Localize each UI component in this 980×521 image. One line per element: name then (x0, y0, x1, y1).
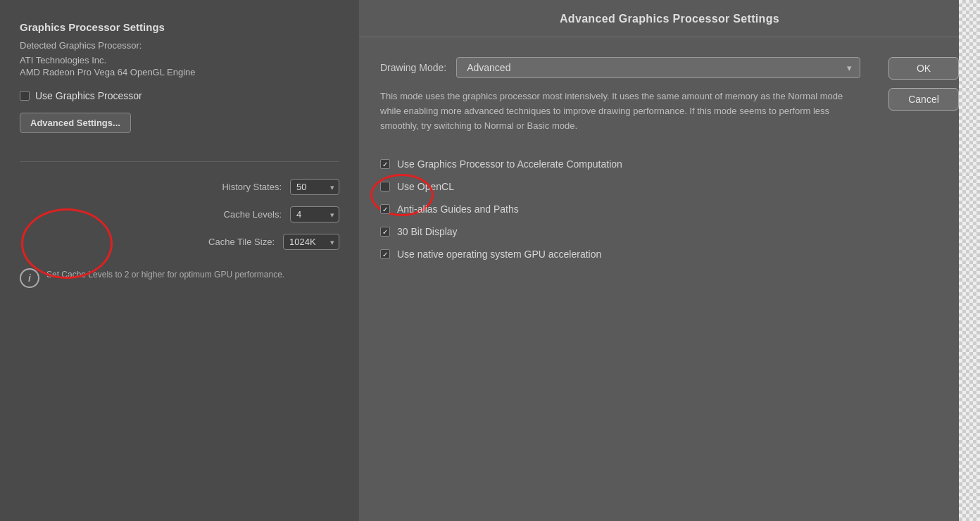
cache-levels-select-wrapper: 4 2 6 8 (290, 206, 339, 222)
dialog-buttons: OK Cancel (881, 57, 959, 501)
cache-tile-size-label: Cache Tile Size: (197, 237, 275, 247)
use-opencl-checkbox[interactable] (380, 182, 390, 192)
cache-tile-select-wrapper: 1024K 128K 256K 512K (283, 234, 339, 250)
checkerboard-edge (959, 0, 980, 521)
dialog-main: Drawing Mode: Advanced Normal Basic This… (380, 57, 860, 501)
checkbox-row-use-gpu-accel: Use Graphics Processor to Accelerate Com… (380, 158, 860, 170)
left-panel-title: Graphics Processor Settings (20, 21, 339, 33)
30bit-display-label: 30 Bit Display (397, 226, 458, 237)
use-gpu-label: Use Graphics Processor (35, 90, 142, 101)
history-states-select-wrapper: 50 20 100 (290, 179, 339, 195)
drawing-mode-row: Drawing Mode: Advanced Normal Basic (380, 57, 860, 78)
checkbox-row-anti-alias: Anti-alias Guides and Paths (380, 203, 860, 215)
use-gpu-accel-checkbox[interactable] (380, 159, 390, 169)
dialog-title: Advanced Graphics Processor Settings (380, 13, 959, 25)
native-gpu-label: Use native operating system GPU accelera… (397, 249, 601, 260)
drawing-mode-select-wrapper: Advanced Normal Basic (456, 57, 860, 78)
checkbox-row-native-gpu: Use native operating system GPU accelera… (380, 249, 860, 260)
dialog-title-bar: Advanced Graphics Processor Settings (359, 0, 980, 37)
checkbox-row-use-opencl: Use OpenCL (380, 181, 860, 192)
use-gpu-row: Use Graphics Processor (20, 90, 339, 101)
history-states-row: History States: 50 20 100 (20, 179, 339, 195)
native-gpu-checkbox[interactable] (380, 249, 390, 259)
divider (20, 161, 339, 162)
drawing-mode-label: Drawing Mode: (380, 62, 446, 73)
cache-levels-select[interactable]: 4 2 6 8 (290, 206, 339, 222)
cancel-button[interactable]: Cancel (888, 88, 959, 111)
30bit-display-checkbox[interactable] (380, 227, 390, 237)
checkbox-row-30bit: 30 Bit Display (380, 226, 860, 237)
gpu-model: AMD Radeon Pro Vega 64 OpenGL Engine (20, 67, 339, 77)
detected-gpu-label: Detected Graphics Processor: (20, 40, 339, 51)
gpu-name: ATI Technologies Inc. (20, 55, 339, 65)
advanced-settings-button[interactable]: Advanced Settings... (20, 113, 131, 133)
cache-levels-label: Cache Levels: (204, 209, 282, 220)
anti-alias-checkbox[interactable] (380, 204, 390, 214)
left-panel: Graphics Processor Settings Detected Gra… (0, 0, 359, 521)
info-text: Set Cache Levels to 2 or higher for opti… (46, 268, 284, 281)
advanced-dialog: Advanced Graphics Processor Settings Dra… (359, 0, 980, 521)
anti-alias-label: Anti-alias Guides and Paths (397, 203, 519, 215)
ok-button[interactable]: OK (888, 57, 959, 80)
cache-tile-select[interactable]: 1024K 128K 256K 512K (283, 234, 339, 250)
dialog-body: Drawing Mode: Advanced Normal Basic This… (359, 37, 980, 521)
use-gpu-accel-label: Use Graphics Processor to Accelerate Com… (397, 158, 622, 170)
use-gpu-checkbox[interactable] (20, 91, 30, 101)
drawing-mode-select[interactable]: Advanced Normal Basic (456, 57, 860, 78)
cache-tile-size-row: Cache Tile Size: 1024K 128K 256K 512K (20, 234, 339, 250)
history-states-select[interactable]: 50 20 100 (290, 179, 339, 195)
mode-description: This mode uses the graphics processor mo… (380, 89, 860, 133)
info-icon: i (20, 268, 39, 288)
use-opencl-label: Use OpenCL (397, 181, 454, 192)
checkboxes-section: Use Graphics Processor to Accelerate Com… (380, 158, 860, 260)
info-row: i Set Cache Levels to 2 or higher for op… (20, 268, 339, 288)
cache-levels-row: Cache Levels: 4 2 6 8 (20, 206, 339, 222)
history-states-label: History States: (204, 182, 282, 192)
